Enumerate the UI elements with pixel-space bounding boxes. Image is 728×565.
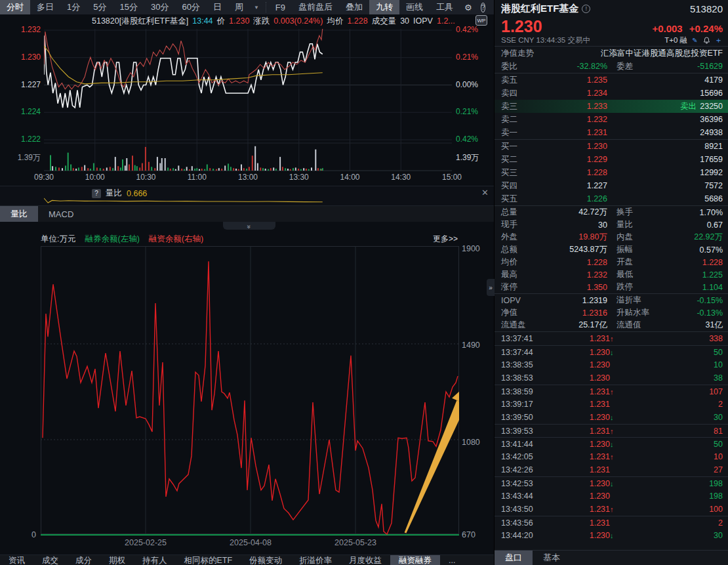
quote-tab-基本[interactable]: 基本 [533,551,571,565]
more-link[interactable]: 更多>> [433,234,458,245]
tool-button-九转[interactable]: 九转 [369,0,399,14]
tick-row[interactable]: 13:43:441.230198 [495,490,728,503]
bid-level-row[interactable]: 买五1.2265686 [495,192,728,205]
indicator-tab-MACD[interactable]: MACD [38,206,84,222]
tick-price: 1.231 [547,505,610,514]
time-tick-label: 14:30 [391,173,411,182]
trade-flags: T+0 融 [664,35,687,45]
period-tab-日[interactable]: 日 [207,0,228,14]
content-tab-成交[interactable]: 成交 [33,555,67,565]
avg-label: 均价 [327,16,343,27]
tick-row[interactable]: 13:42:261.23127 [495,463,728,476]
ask-level-row[interactable]: 卖五1.2354179 [495,73,728,87]
content-tab-资讯[interactable]: 资讯 [0,555,33,565]
content-tab-份额变动[interactable]: 份额变动 [241,555,291,565]
ask-level-row[interactable]: 卖二1.23236396 [495,113,728,126]
tick-row[interactable]: 13:39:171.2312 [495,398,728,411]
help-icon[interactable]: ? [481,3,486,12]
close-icon[interactable]: ✕ [481,188,489,198]
period-tab-30分[interactable]: 30分 [144,0,175,14]
content-tab-...[interactable]: ... [440,555,464,565]
margin-date-axis: 2025-02-252025-04-082025-05-23 [0,538,494,550]
tool-button-F9[interactable]: F9 [269,0,292,14]
tick-row[interactable]: 13:42:531.230↓198 [495,476,728,490]
time-tick-label: 15:00 [442,173,462,182]
bid-qty: 12992 [607,168,723,177]
tick-row[interactable]: 13:42:051.231↑10 [495,450,728,463]
period-tab-分时[interactable]: 分时 [0,0,30,14]
tick-row[interactable]: 13:39:501.230↓30 [495,411,728,424]
content-tab-月度收益[interactable]: 月度收益 [340,555,390,565]
tool-button-画线[interactable]: 画线 [399,0,430,14]
security-name: 港股红利ETF基金 [501,3,578,15]
content-tab-持有人[interactable]: 持有人 [134,555,176,565]
tick-direction-icon: ↑ [610,427,619,435]
volume-label: 成交量 [372,16,397,27]
alert-bell-icon[interactable] [702,36,711,45]
tool-button-工具[interactable]: 工具 [430,0,460,14]
stat-value: 1.228 [535,258,607,267]
intraday-time-axis: 09:3010:0010:3011:0013:0013:3014:0014:30… [0,173,494,185]
period-tab-多日[interactable]: 多日 [30,0,60,14]
margin-chart-canvas[interactable] [41,244,459,535]
quote-panel: » 港股红利ETF基金 ! 513820 1.230 +0.003 +0.24%… [494,0,728,565]
ask-level-row[interactable]: 卖一1.23124938 [495,126,728,139]
bid-level-row[interactable]: 买一1.2308921 [495,140,728,153]
panel-expander-icon[interactable]: » [487,279,495,296]
period-tab-1分[interactable]: 1分 [60,0,87,14]
period-tab-60分[interactable]: 60分 [175,0,206,14]
gear-icon[interactable]: ⚙ [460,0,477,14]
wp-floating-icon[interactable]: WP [475,15,487,26]
ask-level-row[interactable]: 卖三1.233卖出23250 [495,100,728,113]
margin-chart[interactable] [41,244,459,535]
bid-level-row[interactable]: 买四1.2277572 [495,179,728,192]
ask-levels: 卖五1.2354179卖四1.23415696卖三1.233卖出23250卖二1… [495,73,728,139]
quote-tab-盘口[interactable]: 盘口 [495,551,533,565]
period-tab-15分[interactable]: 15分 [113,0,144,14]
stat-value: 22.92万 [660,232,723,243]
tick-row[interactable]: 13:38:351.23010 [495,358,728,371]
tick-row[interactable]: 13:43:501.231↑100 [495,503,728,516]
tick-row[interactable]: 13:37:411.231↑338 [495,332,728,345]
pencil-icon[interactable]: ✎ [691,36,699,45]
period-tab-周[interactable]: 周 [228,0,250,14]
indicator-tab-量比[interactable]: 量比 [0,206,38,222]
tick-row[interactable]: 13:44:201.230↓30 [495,529,728,542]
tick-row[interactable]: 13:43:561.2312 [495,516,728,529]
content-tab-成分[interactable]: 成分 [67,555,100,565]
tick-volume: 10 [619,360,723,369]
tool-button-叠加[interactable]: 叠加 [339,0,369,14]
content-tab-期权[interactable]: 期权 [100,555,134,565]
tick-row[interactable]: 13:38:531.23038 [495,371,728,385]
bid-level-row[interactable]: 买三1.22812992 [495,166,728,179]
period-dropdown-caret-icon[interactable]: ▼ [250,0,263,14]
bid-level-row[interactable]: 买二1.22917659 [495,153,728,166]
ask-level-row[interactable]: 卖四1.23415696 [495,87,728,100]
ask-price: 1.232 [535,115,607,124]
content-tab-融资融券[interactable]: 融资融券 [390,555,440,565]
nav-trend-row[interactable]: 净值走势 汇添富中证港股通高股息投资ETF [495,47,728,60]
content-tab-相同标的ETF[interactable]: 相同标的ETF [176,555,241,565]
tick-trade-list[interactable]: 13:37:411.231↑33813:37:441.230↓5013:38:3… [495,332,728,542]
add-icon[interactable]: ＋ [714,36,723,45]
chart-symbol-title: 513820[港股红利ETF基金] [92,16,188,27]
stat-row: 外盘19.80万内盘22.92万 [495,231,728,243]
tick-row[interactable]: 13:38:591.231↑107 [495,385,728,398]
tick-row[interactable]: 13:37:441.230↓50 [495,345,728,358]
avg-value: 1.228 [347,16,367,26]
intraday-chart-canvas[interactable] [44,29,452,172]
collapse-chevron-icon[interactable]: » [223,222,275,230]
period-tab-5分[interactable]: 5分 [87,0,113,14]
tick-row[interactable]: 13:41:441.230↓50 [495,437,728,450]
intraday-chart[interactable]: 1.2321.2301.2271.2241.2221.39万 0.42%0.21… [0,28,494,185]
margin-chart-header: 单位:万元 融券余额(左轴) 融资余额(右轴) [41,234,460,245]
content-tab-折溢价率[interactable]: 折溢价率 [291,555,340,565]
tool-button-盘前盘后[interactable]: 盘前盘后 [292,0,339,14]
margin-axis-label: 1080 [462,438,480,447]
info-icon[interactable]: ! [582,5,590,13]
tick-row[interactable]: 13:39:531.231↑81 [495,424,728,437]
chart-cursor-time: 13:44 [192,16,212,26]
stat-row: 涨停1.350跌停1.104 [495,281,728,293]
tick-direction-icon: ↓ [610,413,619,421]
chart-pane: 分时多日1分5分15分30分60分日周 ▼ F9盘前盘后叠加九转画线工具 ⚙ ?… [0,0,494,565]
